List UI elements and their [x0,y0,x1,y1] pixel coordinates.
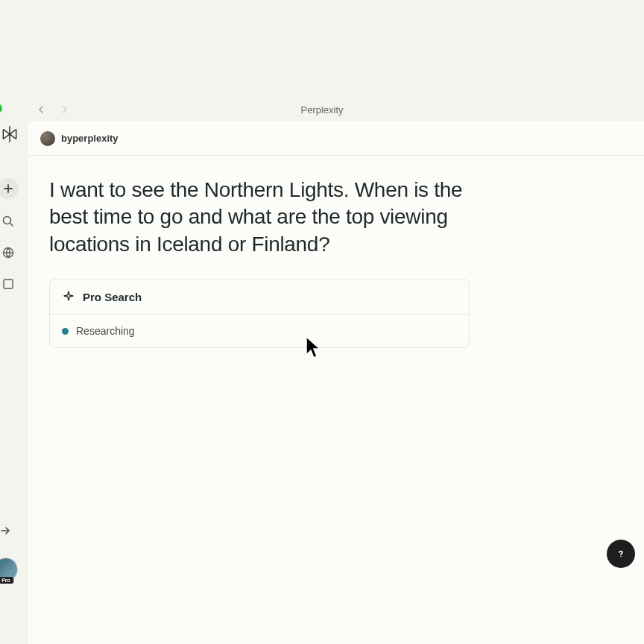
main-layout: Pro byperplexity I want to see the North… [0,121,644,644]
status-text: Researching [76,325,135,337]
new-thread-button[interactable] [0,178,19,199]
status-indicator-icon [62,328,69,335]
pro-search-header[interactable]: Pro Search [50,280,469,314]
pro-badge: Pro [0,577,13,584]
search-status: Researching [50,314,469,347]
perplexity-logo-icon[interactable] [0,124,19,144]
pro-search-label: Pro Search [83,291,142,303]
sidebar: Pro [0,121,28,644]
pro-search-box: Pro Search Researching [49,279,470,348]
sidebar-icons [0,159,19,293]
sidebar-bottom: Pro [0,522,18,581]
author-avatar[interactable] [40,131,55,146]
nav-back-button[interactable] [34,103,48,116]
help-fab-button[interactable] [607,540,635,568]
author-name: byperplexity [61,133,119,144]
content-area: byperplexity I want to see the Northern … [28,121,644,644]
user-avatar[interactable]: Pro [0,558,18,581]
traffic-lights [0,104,2,113]
nav-controls [34,103,72,116]
search-icon[interactable] [0,212,17,230]
content-header: byperplexity [28,121,644,156]
nav-forward-button[interactable] [58,103,72,116]
collapse-sidebar-button[interactable] [0,522,15,540]
window-title: Perplexity [300,104,343,116]
library-icon[interactable] [0,275,17,293]
sparkle-icon [62,290,75,303]
query-text: I want to see the Northern Lights. When … [49,177,470,258]
globe-icon[interactable] [0,244,17,262]
app-window: Perplexity [0,98,644,644]
main-content: I want to see the Northern Lights. When … [28,156,490,348]
svg-rect-2 [4,280,13,288]
title-bar: Perplexity [0,98,644,121]
maximize-button[interactable] [0,104,2,113]
